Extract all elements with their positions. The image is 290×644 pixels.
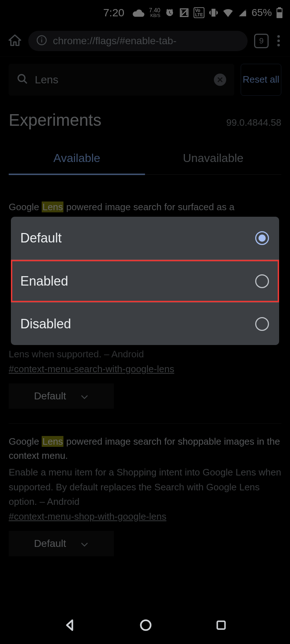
svg-point-5 <box>18 75 25 82</box>
status-battery-pct: 65% <box>252 7 272 18</box>
svg-text:x: x <box>245 8 246 12</box>
site-info-icon[interactable] <box>36 35 47 47</box>
flags-search-input[interactable]: Lens <box>9 64 234 96</box>
home-button[interactable] <box>8 33 22 49</box>
tabs: Available Unavailable <box>9 151 281 175</box>
clear-search-button[interactable] <box>214 74 226 86</box>
browser-toolbar: chrome://flags/#enable-tab- 9 <box>0 25 290 56</box>
url-bar[interactable]: chrome://flags/#enable-tab- <box>28 31 248 51</box>
alarm-icon <box>165 8 175 18</box>
android-navbar <box>0 608 290 644</box>
signal-icon: x <box>238 8 247 17</box>
nav-home-button[interactable] <box>139 619 152 633</box>
overflow-menu-button[interactable] <box>275 33 282 49</box>
flag-description-tail: Lens when supported. – Android <box>9 347 281 361</box>
tab-available[interactable]: Available <box>9 151 145 175</box>
svg-rect-4 <box>41 37 42 38</box>
status-netspeed: 7.40 KB/S <box>149 8 160 18</box>
chevron-down-icon <box>80 538 88 549</box>
cloud-icon <box>132 8 145 17</box>
svg-rect-3 <box>41 39 42 42</box>
flag-hash-link[interactable]: #context-menu-search-with-google-lens <box>9 363 174 375</box>
svg-point-7 <box>141 620 151 630</box>
vibrate-icon <box>209 8 218 18</box>
flag-hash-link[interactable]: #context-menu-shop-with-google-lens <box>9 511 166 522</box>
reset-all-button[interactable]: Reset all <box>241 64 281 96</box>
status-bar: 7:20 7.40 KB/S VoLTE x 65% <box>0 0 290 25</box>
battery-icon <box>276 7 283 18</box>
url-text: chrome://flags/#enable-tab- <box>53 35 177 47</box>
flag-dropdown[interactable]: Default <box>9 383 114 409</box>
status-time: 7:20 <box>103 7 124 19</box>
option-disabled[interactable]: Disabled <box>11 302 279 345</box>
svg-rect-8 <box>217 621 225 629</box>
chevron-down-icon <box>80 390 88 402</box>
svg-rect-1 <box>277 9 282 12</box>
radio-icon <box>255 274 269 288</box>
tab-unavailable[interactable]: Unavailable <box>145 151 281 174</box>
flag-item: Google Lens powered image search for sho… <box>9 435 281 556</box>
nfc-icon <box>179 8 189 18</box>
flag-title: Google Lens powered image search for sho… <box>9 435 281 463</box>
divider <box>9 423 281 424</box>
search-value: Lens <box>35 74 207 86</box>
tab-switcher-button[interactable]: 9 <box>254 34 269 48</box>
chrome-version: 99.0.4844.58 <box>226 117 281 128</box>
flag-description: Enable a menu item for a Shopping intent… <box>9 465 281 509</box>
radio-selected-icon <box>255 231 269 245</box>
option-enabled[interactable]: Enabled <box>11 259 279 302</box>
flag-option-popup: Default Enabled Disabled <box>11 217 279 345</box>
search-icon <box>17 73 28 86</box>
option-default[interactable]: Default <box>11 217 279 259</box>
wifi-icon <box>223 8 233 17</box>
nav-recents-button[interactable] <box>215 619 227 632</box>
svg-line-6 <box>24 80 27 83</box>
nav-back-button[interactable] <box>63 619 76 633</box>
radio-icon <box>255 317 269 331</box>
volte-icon: VoLTE <box>194 7 204 18</box>
flag-dropdown[interactable]: Default <box>9 531 114 556</box>
page-title: Experiments <box>9 110 102 130</box>
flag-title: Google Lens powered image search for sur… <box>9 200 281 214</box>
